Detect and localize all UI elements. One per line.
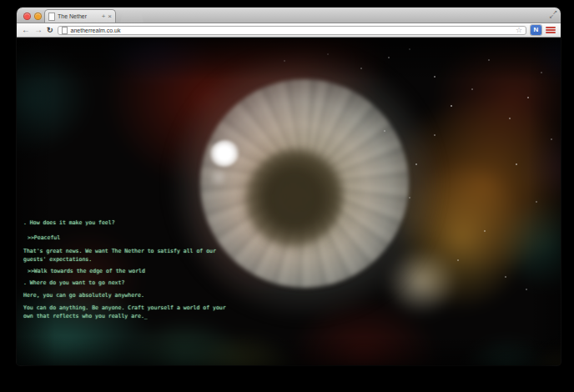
terminal-line: You can do anything. Be anyone. Craft yo… [23, 304, 274, 312]
forward-icon[interactable]: → [34, 26, 43, 34]
bookmark-star-icon[interactable]: ☆ [516, 27, 522, 34]
browser-window: The Nether + × ↗ ↙ ← → ↻ anetherrealm.co… [17, 8, 561, 365]
browser-menu-icon[interactable] [546, 26, 556, 34]
minimize-window-button[interactable] [34, 13, 42, 20]
reload-icon[interactable]: ↻ [47, 27, 53, 34]
terminal-line: That's great news. We want The Nether to… [23, 247, 274, 255]
tab-title: The Nether [58, 13, 99, 19]
url-bar[interactable]: anetherrealm.co.uk ☆ [58, 26, 526, 35]
tab-strip: The Nether + × ↗ ↙ [17, 8, 561, 23]
terminal-line: . How does it make you feel? [23, 219, 274, 227]
close-window-button[interactable] [23, 13, 31, 20]
fullscreen-icon[interactable]: ↗ ↙ [549, 9, 557, 19]
game-terminal[interactable]: . How does it make you feel? >>Peaceful … [23, 219, 274, 320]
tab-plus-icon[interactable]: + [102, 13, 106, 20]
terminal-line: >>Walk towards the edge of the world [23, 267, 274, 275]
screenshot-stage: The Nether + × ↗ ↙ ← → ↻ anetherrealm.co… [0, 0, 574, 392]
new-tab-button[interactable] [120, 12, 144, 23]
terminal-line: . Where do you want to go next? [23, 279, 274, 287]
tab-close-icon[interactable]: × [108, 13, 112, 20]
page-viewport: . How does it make you feel? >>Peaceful … [17, 38, 561, 365]
tab-the-nether[interactable]: The Nether + × [44, 9, 116, 23]
url-text: anetherrealm.co.uk [71, 28, 121, 33]
stars [17, 38, 18, 40]
browser-toolbar: ← → ↻ anetherrealm.co.uk ☆ N [17, 23, 561, 38]
terminal-line: guests' expectations. [23, 255, 274, 264]
tab-favicon-icon [48, 13, 55, 21]
fullscreen-arrow-sw: ↙ [549, 13, 554, 19]
terminal-line: Here, you can go absolutely anywhere. [23, 291, 274, 299]
terminal-line: >>Peaceful [23, 234, 274, 242]
page-icon [62, 27, 68, 34]
back-icon[interactable]: ← [22, 26, 30, 34]
eye-highlight-secondary [208, 169, 229, 186]
extension-button[interactable]: N [531, 25, 541, 35]
terminal-line: own that reflects who you really are._ [23, 312, 274, 320]
